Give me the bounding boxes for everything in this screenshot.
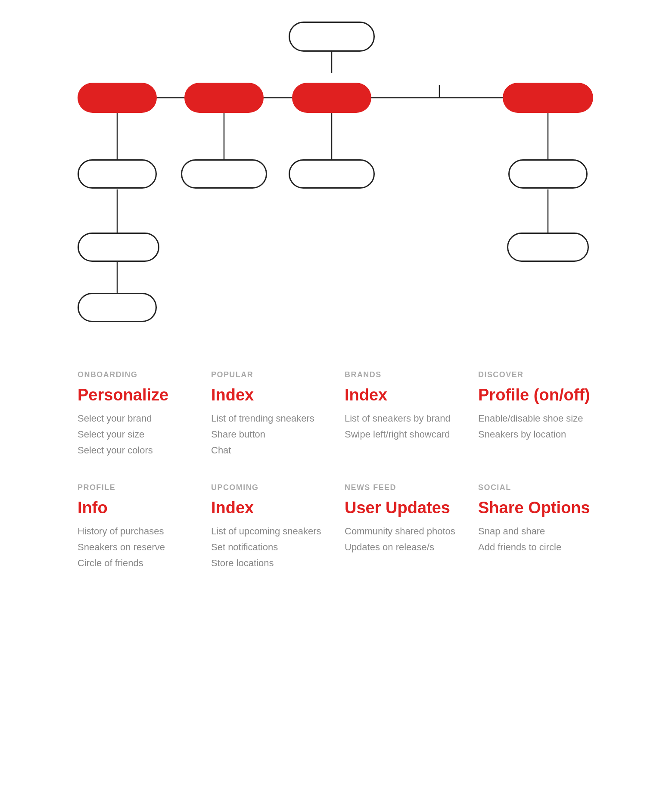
info-title: Share Options [478,499,594,517]
info-grid-row1: ONBOARDINGPersonalizeSelect your brandSe… [78,370,594,457]
info-detail-line: Sneakers by location [478,427,594,441]
info-detail-line: Updates on release/s [345,540,461,554]
info-title: User Updates [345,499,461,517]
inventory-node[interactable] [507,233,589,262]
info-card: NEWS FEEDUser UpdatesCommunity shared ph… [345,483,461,570]
info-title: Info [78,499,194,517]
info-detail-line: Select your colors [78,443,194,457]
info-details: History of purchasesSneakers on reserveC… [78,524,194,570]
info-card: BRANDSIndexList of sneakers by brandSwip… [345,370,461,457]
brands-node[interactable] [292,83,371,113]
info-detail-line: Set notifications [211,540,327,554]
info-detail-line: Store locations [211,556,327,570]
info-category: POPULAR [211,370,327,379]
upcoming-node[interactable] [78,159,157,189]
trend-index-node[interactable] [181,159,267,189]
info-grid-row2: PROFILEInfoHistory of purchasesSneakers … [78,483,594,570]
info-details: List of sneakers by brandSwipe left/righ… [345,411,461,441]
info-detail-line: Snap and share [478,524,594,538]
info-card: SOCIALShare OptionsSnap and shareAdd fri… [478,483,594,570]
info-detail-line: List of trending sneakers [211,411,327,425]
info-detail-line: Enable/disable shoe size [478,411,594,425]
brand-index-node[interactable] [289,159,375,189]
info-title: Index [211,386,327,404]
social-node[interactable] [78,293,157,322]
popular-node[interactable] [184,83,264,113]
info-category: UPCOMING [211,483,327,492]
info-title: Profile (on/off) [478,386,594,404]
info-title: Index [345,386,461,404]
info-detail-line: Sneakers on reserve [78,540,194,554]
info-card: PROFILEInfoHistory of purchasesSneakers … [78,483,194,570]
info-details: Enable/disable shoe sizeSneakers by loca… [478,411,594,441]
tree-section [0,0,672,344]
info-details: Community shared photosUpdates on releas… [345,524,461,554]
info-detail-line: Swipe left/right showcard [345,427,461,441]
info-details: List of upcoming sneakersSet notificatio… [211,524,327,570]
info-detail-line: History of purchases [78,524,194,538]
info-detail-line: Chat [211,443,327,457]
discover-node[interactable] [503,83,593,113]
info-details: List of trending sneakersShare buttonCha… [211,411,327,457]
tree-container [78,17,594,319]
info-detail-line: List of sneakers by brand [345,411,461,425]
news-feed-node[interactable] [78,233,159,262]
profile-node[interactable] [78,83,157,113]
info-category: BRANDS [345,370,461,379]
info-detail-line: List of upcoming sneakers [211,524,327,538]
info-detail-line: Select your size [78,427,194,441]
info-category: ONBOARDING [78,370,194,379]
info-detail-line: Share button [211,427,327,441]
info-detail-line: Circle of friends [78,556,194,570]
info-category: DISCOVER [478,370,594,379]
info-category: PROFILE [78,483,194,492]
info-title: Index [211,499,327,517]
info-card: DISCOVERProfile (on/off)Enable/disable s… [478,370,594,457]
info-card: POPULARIndexList of trending sneakersSha… [211,370,327,457]
info-detail-line: Select your brand [78,411,194,425]
info-card: UPCOMINGIndexList of upcoming sneakersSe… [211,483,327,570]
info-details: Select your brandSelect your sizeSelect … [78,411,194,457]
login-node[interactable] [289,22,375,52]
info-detail-line: Add friends to circle [478,540,594,554]
info-detail-line: Community shared photos [345,524,461,538]
info-category: NEWS FEED [345,483,461,492]
product-node[interactable] [508,159,588,189]
info-details: Snap and shareAdd friends to circle [478,524,594,554]
info-section: ONBOARDINGPersonalizeSelect your brandSe… [78,370,594,596]
info-card: ONBOARDINGPersonalizeSelect your brandSe… [78,370,194,457]
info-title: Personalize [78,386,194,404]
info-category: SOCIAL [478,483,594,492]
